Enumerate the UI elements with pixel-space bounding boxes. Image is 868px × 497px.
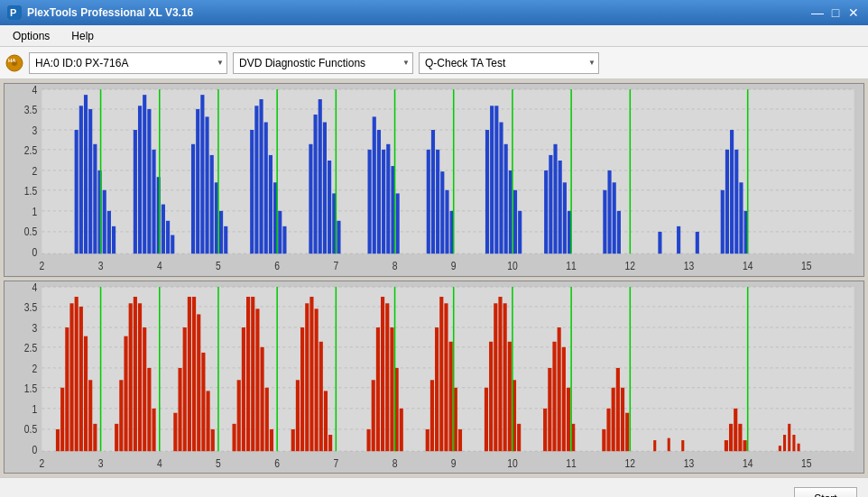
svg-text:3: 3 — [98, 457, 104, 469]
svg-rect-271 — [792, 435, 795, 451]
svg-rect-220 — [385, 303, 389, 451]
svg-rect-196 — [232, 423, 235, 450]
svg-rect-43 — [93, 144, 97, 253]
svg-text:9: 9 — [451, 457, 457, 469]
svg-rect-241 — [517, 423, 521, 450]
function-select[interactable]: DVD Diagnostic Functions — [233, 52, 413, 74]
menu-bar: Options Help — [0, 25, 868, 47]
drive-select[interactable]: HA:0 ID:0 PX-716A — [29, 52, 227, 74]
svg-text:6: 6 — [274, 457, 280, 469]
svg-rect-124 — [734, 150, 738, 253]
svg-rect-79 — [319, 99, 322, 253]
title-bar: P PlexTools Professional XL V3.16 — □ ✕ — [0, 0, 868, 25]
svg-rect-234 — [485, 387, 488, 450]
bottom-chart: 4 3.5 3 2.5 2 1.5 1 0.5 0 2 3 4 5 6 7 8 … — [5, 281, 863, 474]
svg-rect-251 — [602, 428, 605, 450]
svg-rect-166 — [56, 428, 60, 450]
svg-rect-47 — [112, 226, 115, 253]
svg-rect-269 — [783, 435, 786, 451]
svg-rect-130 — [696, 232, 699, 253]
svg-rect-62 — [205, 116, 208, 253]
svg-rect-177 — [119, 380, 123, 451]
svg-rect-111 — [553, 144, 557, 253]
minimize-button[interactable]: — — [810, 5, 825, 20]
svg-rect-252 — [606, 408, 610, 450]
svg-rect-75 — [282, 226, 286, 253]
main-content: 4 3.5 3 2.5 2 1.5 1 0.5 0 2 3 4 5 6 7 8 … — [0, 79, 868, 477]
svg-rect-204 — [270, 428, 273, 450]
svg-text:2: 2 — [40, 457, 45, 469]
test-select-wrapper[interactable]: Q-Check TA Test — [419, 52, 599, 74]
svg-rect-61 — [200, 95, 204, 253]
svg-rect-96 — [440, 171, 444, 253]
svg-rect-91 — [396, 193, 400, 253]
maximize-button[interactable]: □ — [828, 5, 843, 20]
menu-options[interactable]: Options — [5, 28, 57, 44]
svg-text:3: 3 — [98, 261, 104, 272]
top-chart-svg: 4 3.5 3 2.5 2 1.5 1 0.5 0 2 3 4 5 6 7 8 … — [5, 84, 863, 276]
svg-text:4: 4 — [157, 457, 162, 469]
svg-text:4: 4 — [157, 261, 162, 272]
svg-text:1: 1 — [32, 402, 37, 414]
svg-text:12: 12 — [625, 457, 635, 469]
svg-rect-248 — [567, 387, 570, 450]
start-button[interactable]: Start — [794, 487, 857, 498]
svg-text:2: 2 — [32, 165, 37, 177]
svg-rect-210 — [309, 297, 313, 451]
svg-rect-88 — [382, 150, 385, 253]
svg-rect-230 — [449, 341, 453, 450]
svg-text:1.5: 1.5 — [24, 382, 37, 393]
svg-rect-190 — [192, 297, 196, 451]
svg-text:HA: HA — [8, 58, 16, 63]
app-icon: P — [7, 5, 22, 20]
svg-text:2.5: 2.5 — [24, 144, 37, 156]
close-button[interactable]: ✕ — [846, 5, 861, 20]
svg-rect-169 — [69, 303, 73, 451]
svg-rect-199 — [246, 297, 250, 451]
svg-rect-65 — [219, 211, 223, 253]
svg-rect-50 — [138, 106, 142, 253]
svg-rect-201 — [255, 308, 259, 451]
svg-rect-188 — [183, 327, 187, 451]
svg-rect-103 — [499, 123, 503, 254]
svg-rect-174 — [93, 423, 97, 450]
menu-help[interactable]: Help — [64, 28, 101, 44]
svg-rect-194 — [211, 428, 215, 450]
svg-text:8: 8 — [392, 457, 398, 469]
svg-rect-107 — [518, 211, 522, 253]
svg-text:15: 15 — [801, 457, 811, 469]
svg-rect-101 — [490, 106, 494, 253]
svg-rect-86 — [373, 116, 376, 253]
svg-rect-227 — [435, 327, 439, 451]
svg-rect-213 — [324, 391, 328, 451]
svg-rect-193 — [207, 391, 210, 451]
svg-rect-57 — [171, 235, 174, 254]
drive-icon: HA — [5, 54, 23, 72]
svg-text:3: 3 — [32, 124, 37, 136]
test-select[interactable]: Q-Check TA Test — [419, 52, 599, 74]
svg-rect-122 — [725, 150, 729, 253]
svg-rect-55 — [162, 205, 165, 254]
svg-rect-83 — [337, 221, 340, 253]
svg-rect-118 — [613, 182, 616, 253]
title-bar-left: P PlexTools Professional XL V3.16 — [7, 5, 193, 20]
svg-rect-209 — [305, 303, 309, 451]
svg-rect-94 — [431, 130, 435, 253]
window-controls[interactable]: — □ ✕ — [810, 5, 861, 20]
svg-rect-238 — [503, 303, 507, 451]
svg-rect-268 — [779, 446, 781, 451]
svg-rect-181 — [138, 303, 142, 451]
svg-rect-229 — [444, 303, 448, 451]
drive-select-wrapper[interactable]: HA:0 ID:0 PX-716A — [29, 52, 227, 74]
svg-text:2: 2 — [40, 261, 45, 272]
svg-rect-246 — [558, 327, 561, 451]
function-select-wrapper[interactable]: DVD Diagnostic Functions — [233, 52, 413, 74]
svg-text:3: 3 — [32, 322, 37, 334]
svg-rect-56 — [166, 221, 170, 253]
svg-rect-178 — [124, 336, 127, 451]
svg-text:1: 1 — [32, 206, 37, 217]
svg-rect-87 — [377, 130, 381, 253]
svg-rect-256 — [625, 412, 629, 451]
svg-text:13: 13 — [684, 457, 694, 469]
svg-rect-117 — [607, 170, 611, 253]
